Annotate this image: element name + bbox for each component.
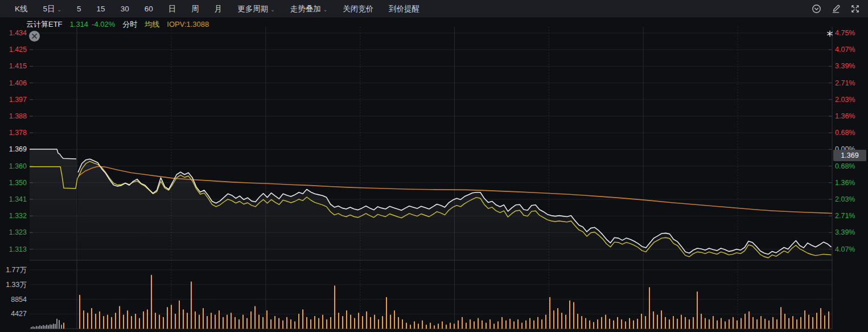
percent-axis-label: 3.39% (835, 229, 855, 236)
price-axis-label: 1.388 (0, 113, 27, 120)
volume-axis-label: 1.77万 (0, 267, 27, 274)
price-axis-label: 1.378 (0, 129, 27, 137)
prev-close-tooltip: 1.369 (833, 150, 866, 161)
percent-axis-label: 0.68% (835, 162, 855, 170)
percent-axis-label: 1.36% (835, 113, 855, 120)
percent-axis-label: 1.36% (835, 179, 855, 186)
percent-axis-label: 3.39% (835, 63, 855, 70)
percent-axis-label: 2.71% (835, 212, 855, 220)
percent-axis-label: 2.71% (835, 79, 855, 87)
trading-chart-window: K线5日⌄5153060日周月更多周期⌄走势叠加⌄关闭竞价到价提醒 云计算ETF… (0, 0, 868, 332)
price-axis-label: 1.434 (0, 30, 27, 37)
price-axis-label: 1.350 (0, 179, 27, 186)
percent-axis-label: 2.03% (835, 196, 855, 203)
price-axis-label: 1.397 (0, 96, 27, 103)
price-axis-label: 1.341 (0, 196, 27, 203)
percent-axis-label: 4.07% (835, 46, 855, 54)
volume-axis-label: 4427 (0, 310, 27, 318)
percent-axis-label: 4.07% (835, 245, 855, 253)
price-axis-label: 1.425 (0, 46, 27, 54)
percent-axis-label: 0.68% (835, 129, 855, 137)
chart-canvas[interactable] (0, 0, 868, 332)
price-axis-label: 1.406 (0, 79, 27, 87)
max-marker-star-icon (826, 29, 833, 36)
volume-axis-label: 1.33万 (0, 281, 27, 288)
price-axis-label: 1.313 (0, 245, 27, 253)
close-overlay-button[interactable] (28, 30, 40, 42)
volume-axis-label: 8854 (0, 296, 27, 303)
percent-axis-label: 4.75% (835, 30, 855, 37)
price-axis-label: 1.360 (0, 162, 27, 170)
price-axis-label: 1.415 (0, 63, 27, 70)
price-axis-label: 1.369 (0, 146, 27, 153)
price-axis-label: 1.332 (0, 212, 27, 220)
price-axis-label: 1.323 (0, 229, 27, 236)
prev-close-value: 1.369 (841, 151, 858, 159)
percent-axis-label: 2.03% (835, 96, 855, 103)
